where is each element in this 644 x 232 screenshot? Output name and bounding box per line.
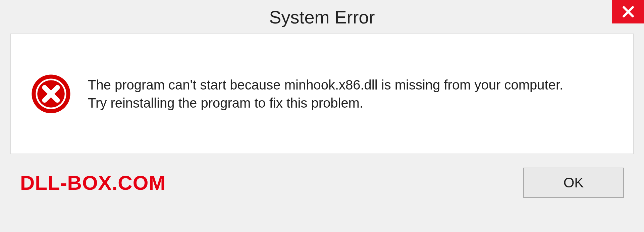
error-icon — [31, 74, 71, 114]
close-button[interactable] — [612, 0, 644, 23]
close-icon — [622, 5, 635, 18]
content-panel: The program can't start because minhook.… — [10, 34, 634, 154]
error-message: The program can't start because minhook.… — [88, 76, 574, 112]
title-bar: System Error — [0, 0, 644, 34]
dialog-title: System Error — [269, 7, 375, 27]
footer: DLL-BOX.COM OK — [0, 154, 644, 198]
watermark: DLL-BOX.COM — [20, 171, 166, 194]
ok-button[interactable]: OK — [523, 168, 624, 198]
